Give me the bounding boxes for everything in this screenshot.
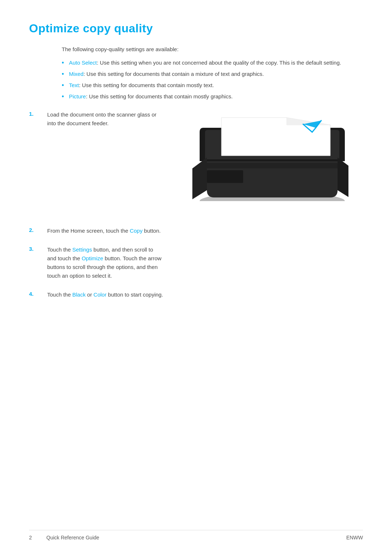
auto-select-term: Auto Select [69,60,97,66]
copy-link: Copy [130,228,143,234]
step-1-number: 1. [29,110,47,117]
step-3: 3. Touch the Settings button, and then s… [29,245,363,280]
step-1-content: Load the document onto the scanner glass… [47,110,163,128]
step-3-number: 3. [29,245,47,252]
optimize-link: Optimize [82,255,103,261]
footer-page-number: 2 [29,535,32,540]
footer-locale: ENWW [346,535,363,540]
mixed-desc: : Use this setting for documents that co… [83,71,264,77]
black-link: Black [72,291,86,298]
svg-rect-1 [207,163,338,168]
printer-illustration [181,89,356,205]
page-title: Optimize copy quality [29,22,363,35]
step-4-number: 4. [29,290,47,297]
steps-section: 1. Load the document onto the scanner gl… [29,110,363,299]
step-2-content: From the Home screen, touch the Copy but… [47,227,161,235]
text-term: Text [69,82,79,88]
list-item: Mixed: Use this setting for documents th… [62,71,363,77]
auto-select-desc: : Use this setting when you are not conc… [97,60,341,66]
footer: 2 Quick Reference Guide ENWW [29,530,363,540]
intro-text: The following copy-quality settings are … [62,46,363,52]
step-3-content: Touch the Settings button, and then scro… [47,245,163,280]
step-2-number: 2. [29,227,47,233]
picture-term: Picture [69,93,86,99]
step-4-content: Touch the Black or Color button to start… [47,290,163,299]
settings-link: Settings [72,246,92,253]
step-4: 4. Touch the Black or Color button to st… [29,290,363,299]
list-item: Text: Use this setting for documents tha… [62,82,363,88]
color-link: Color [94,291,107,298]
list-item: Auto Select: Use this setting when you a… [62,60,363,66]
step-2: 2. From the Home screen, touch the Copy … [29,227,363,235]
footer-left: 2 Quick Reference Guide [29,535,99,540]
svg-rect-2 [207,170,243,183]
page: Optimize copy quality The following copy… [0,0,392,555]
text-desc: : Use this setting for documents that co… [79,82,214,88]
footer-guide-title: Quick Reference Guide [46,535,99,540]
mixed-term: Mixed [69,71,83,77]
